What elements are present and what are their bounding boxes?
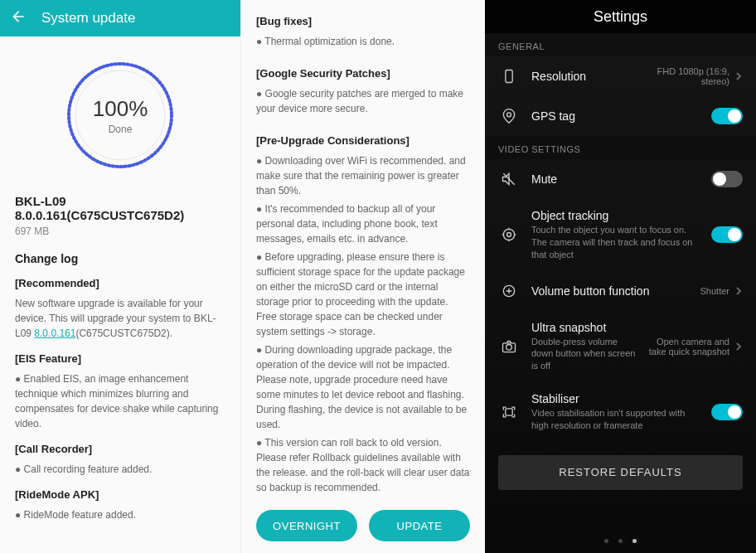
setting-sublabel: Double-press volume down button when scr… (531, 336, 638, 373)
setting-label: Mute (531, 172, 711, 186)
call-recorder-heading: [Call Recorder] (15, 443, 225, 455)
setting-label: Stabiliser (531, 392, 711, 405)
setting-stabiliser[interactable]: Stabiliser Video stabilisation isn't sup… (485, 382, 756, 442)
tracking-toggle[interactable] (711, 226, 743, 243)
changelog-heading: Change log (15, 252, 225, 265)
group-general: GENERAL (485, 33, 756, 56)
settings-header: Settings (485, 0, 756, 33)
stabiliser-toggle[interactable] (711, 404, 743, 420)
setting-label: Resolution (531, 70, 638, 83)
svg-point-6 (507, 233, 511, 237)
chevron-right-icon (734, 284, 743, 298)
dot-3 (632, 539, 637, 543)
preupgrade-bullet-5: ● This version can roll back to old vers… (256, 435, 470, 495)
settings-title: Settings (594, 8, 647, 26)
svg-point-0 (69, 64, 172, 167)
svg-rect-14 (506, 409, 512, 415)
setting-value: Open camera and take quick snapshot (638, 337, 729, 357)
ridemode-bullet: ● RideMode feature added. (15, 507, 225, 522)
setting-resolution[interactable]: Resolution FHD 1080p (16:9, stereo) (485, 56, 756, 96)
header-title: System update (41, 10, 135, 27)
eis-bullet: ● Enabled EIS, an image enhancement tech… (15, 371, 225, 431)
system-update-header: System update (0, 0, 240, 36)
svg-point-13 (506, 344, 512, 350)
setting-value: FHD 1080p (16:9, stereo) (638, 66, 729, 86)
recommended-heading: [Recommended] (15, 277, 225, 289)
size-text: 697 MB (15, 226, 225, 237)
changelog-panel: [Bug fixes] ● Thermal optimization is do… (240, 0, 485, 553)
recommended-body: New software upgrade is available for yo… (15, 296, 225, 341)
version-link[interactable]: 8.0.0.161 (34, 327, 75, 339)
restore-defaults-button[interactable]: RESTORE DEFAULTS (498, 455, 743, 490)
security-patches-bullet: ● Google security patches are merged to … (256, 86, 470, 116)
settings-list[interactable]: GENERAL Resolution FHD 1080p (16:9, ster… (485, 33, 756, 529)
preupgrade-bullet-4: ● During downloading upgrade package, th… (256, 342, 470, 432)
setting-volume-button[interactable]: Volume button function Shutter (485, 271, 756, 311)
page-indicator (485, 529, 756, 553)
setting-label: Volume button function (531, 284, 700, 298)
preupgrade-bullet-2: ● It's recommended to backup all of your… (256, 201, 470, 246)
phone-icon (498, 68, 520, 85)
location-icon (498, 108, 520, 124)
camera-icon (498, 338, 520, 355)
gps-toggle[interactable] (711, 108, 743, 124)
chevron-right-icon (734, 69, 743, 84)
call-recorder-bullet: ● Call recording feature added. (15, 462, 225, 477)
svg-rect-2 (506, 70, 512, 83)
system-update-body[interactable]: 100% Done BKL-L09 8.0.0.161(C675CUSTC675… (0, 36, 240, 553)
setting-ultra-snapshot[interactable]: Ultra snapshot Double-press volume down … (485, 311, 756, 383)
back-icon[interactable] (10, 8, 27, 28)
eis-heading: [EIS Feature] (15, 352, 225, 365)
setting-sublabel: Video stabilisation isn't supported with… (531, 407, 697, 432)
preupgrade-bullet-1: ● Downloading over WiFi is recommended. … (256, 153, 470, 198)
setting-label: Object tracking (531, 209, 711, 222)
setting-gps-tag[interactable]: GPS tag (485, 96, 756, 136)
setting-sublabel: Touch the object you want to focus on. T… (531, 224, 697, 261)
svg-point-3 (507, 113, 511, 117)
mute-icon (498, 171, 520, 187)
changelog-body[interactable]: [Bug fixes] ● Thermal optimization is do… (241, 0, 485, 503)
version-text: BKL-L09 8.0.0.161(C675CUSTC675D2) (15, 194, 225, 222)
volume-button-icon (498, 283, 520, 299)
bugfixes-heading: [Bug fixes] (256, 15, 470, 27)
overnight-button[interactable]: OVERNIGHT (256, 510, 357, 541)
setting-value: Shutter (700, 286, 729, 296)
action-buttons: OVERNIGHT UPDATE (241, 503, 485, 553)
chevron-right-icon (734, 339, 743, 354)
mute-toggle[interactable] (711, 171, 743, 187)
setting-label: Ultra snapshot (531, 321, 638, 334)
svg-point-5 (503, 230, 514, 240)
progress-ring: 100% Done (15, 53, 225, 177)
group-video: VIDEO SETTINGS (485, 136, 756, 159)
bugfixes-bullet: ● Thermal optimization is done. (256, 34, 470, 49)
ridemode-heading: [RideMode APK] (15, 488, 225, 501)
stabiliser-icon (498, 404, 520, 420)
camera-settings-panel: Settings GENERAL Resolution FHD 1080p (1… (485, 0, 756, 553)
setting-label: GPS tag (531, 109, 711, 123)
setting-mute[interactable]: Mute (485, 159, 756, 199)
preupgrade-heading: [Pre-Upgrade Considerations] (256, 134, 470, 147)
dot-2 (618, 539, 623, 543)
security-patches-heading: [Google Security Patches] (256, 67, 470, 80)
svg-point-1 (75, 70, 165, 160)
update-button[interactable]: UPDATE (369, 510, 470, 541)
setting-object-tracking[interactable]: Object tracking Touch the object you wan… (485, 199, 756, 271)
dot-1 (604, 539, 608, 543)
target-icon (498, 226, 520, 243)
system-update-panel: System update 100% Done BKL-L09 8.0.0.16… (0, 0, 240, 553)
preupgrade-bullet-3: ● Before upgrading, please ensure there … (256, 250, 470, 339)
